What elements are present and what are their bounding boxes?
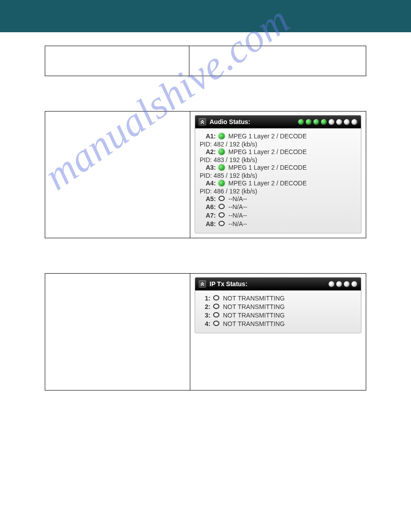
audio-row-text: --N/A--	[228, 220, 356, 228]
audio-row-pid: PID: 486 / 192 (kb/s)	[200, 188, 356, 195]
audio-row-text: --N/A--	[228, 195, 356, 203]
status-indicator-icon	[213, 312, 219, 317]
iptx-status-panel: IP Tx Status: 1:NOT TRANSMITTING2:NOT TR…	[195, 277, 361, 333]
audio-row-text: MPEG 1 Layer 2 / DECODE	[228, 148, 356, 156]
status-indicator-icon	[218, 164, 225, 171]
status-indicator-icon	[213, 295, 219, 300]
status-indicator-icon	[213, 321, 219, 326]
iptx-row: 1:NOT TRANSMITTING	[200, 294, 356, 303]
status-indicator-icon	[218, 133, 225, 139]
audio-section-left-cell	[45, 112, 190, 238]
status-indicator-icon	[218, 204, 225, 209]
status-indicator-icon	[213, 304, 219, 309]
status-indicator-icon	[218, 212, 225, 218]
iptx-status-section: IP Tx Status: 1:NOT TRANSMITTING2:NOT TR…	[45, 273, 366, 390]
status-dot-icon	[321, 119, 327, 125]
status-dot-icon	[306, 119, 312, 125]
audio-row-text: MPEG 1 Layer 2 / DECODE	[228, 179, 356, 188]
iptx-section-left-cell	[45, 274, 190, 390]
audio-row-label: A3:	[200, 163, 216, 172]
status-dot-icon	[329, 281, 334, 287]
audio-row-label: A8:	[200, 220, 216, 228]
audio-row-text: MPEG 1 Layer 2 / DECODE	[228, 163, 356, 172]
iptx-panel-body: 1:NOT TRANSMITTING2:NOT TRANSMITTING3:NO…	[195, 291, 361, 333]
page-content: Audio Status: A1:MPEG 1 Layer 2 / DECODE…	[0, 32, 411, 390]
audio-row-pid: PID: 485 / 192 (kb/s)	[200, 172, 356, 179]
audio-row-pid: PID: 482 / 192 (kb/s)	[200, 141, 356, 148]
status-dot-icon	[336, 281, 342, 287]
audio-row: A6:--N/A--	[200, 203, 356, 211]
iptx-row: 3:NOT TRANSMITTING	[200, 311, 356, 320]
audio-row: A3:MPEG 1 Layer 2 / DECODE	[200, 163, 356, 172]
iptx-row-text: NOT TRANSMITTING	[223, 311, 356, 320]
audio-row-label: A7:	[200, 211, 216, 220]
top-header-bar	[0, 0, 411, 32]
audio-row-label: A5:	[200, 195, 216, 203]
status-dot-icon	[329, 119, 334, 125]
audio-header-dots	[298, 119, 357, 125]
iptx-row-label: 2:	[200, 303, 210, 311]
audio-row-text: MPEG 1 Layer 2 / DECODE	[228, 132, 356, 141]
audio-row-text: --N/A--	[228, 203, 356, 211]
audio-section-right-cell: Audio Status: A1:MPEG 1 Layer 2 / DECODE…	[190, 112, 366, 238]
audio-row-label: A6:	[200, 203, 216, 211]
audio-status-section: Audio Status: A1:MPEG 1 Layer 2 / DECODE…	[45, 111, 366, 238]
iptx-panel-header: IP Tx Status:	[195, 278, 361, 291]
status-indicator-icon	[218, 180, 225, 186]
status-dot-icon	[298, 119, 304, 125]
status-dot-icon	[351, 119, 357, 125]
audio-row-pid: PID: 483 / 192 (kb/s)	[200, 156, 356, 163]
audio-panel-title: Audio Status:	[210, 118, 250, 125]
iptx-row: 2:NOT TRANSMITTING	[200, 303, 356, 311]
iptx-row-text: NOT TRANSMITTING	[223, 303, 356, 311]
status-dot-icon	[313, 119, 319, 125]
audio-row: A4:MPEG 1 Layer 2 / DECODE	[200, 179, 356, 188]
status-dot-icon	[336, 119, 342, 125]
empty-cell-right	[189, 46, 366, 76]
audio-status-panel: Audio Status: A1:MPEG 1 Layer 2 / DECODE…	[195, 115, 361, 233]
iptx-row-label: 4:	[200, 320, 210, 328]
status-indicator-icon	[218, 149, 225, 155]
status-dot-icon	[344, 119, 350, 125]
iptx-row-text: NOT TRANSMITTING	[223, 320, 356, 328]
audio-panel-body: A1:MPEG 1 Layer 2 / DECODEPID: 482 / 192…	[195, 129, 361, 233]
status-dot-icon	[344, 281, 350, 287]
status-indicator-icon	[218, 221, 225, 226]
iptx-row-text: NOT TRANSMITTING	[223, 294, 356, 303]
empty-cell-left	[45, 46, 189, 76]
audio-row-label: A4:	[200, 179, 216, 188]
audio-row: A1:MPEG 1 Layer 2 / DECODE	[200, 132, 356, 141]
status-dot-icon	[351, 281, 357, 287]
empty-two-col-table	[45, 46, 366, 76]
iptx-row-label: 3:	[200, 311, 210, 320]
audio-row: A2:MPEG 1 Layer 2 / DECODE	[200, 148, 356, 156]
audio-row: A7:--N/A--	[200, 211, 356, 220]
iptx-row-label: 1:	[200, 294, 210, 303]
status-indicator-icon	[218, 196, 225, 201]
audio-row: A5:--N/A--	[200, 195, 356, 203]
collapse-icon[interactable]	[199, 118, 206, 125]
iptx-section-right-cell: IP Tx Status: 1:NOT TRANSMITTING2:NOT TR…	[190, 274, 366, 390]
iptx-header-dots	[329, 281, 357, 287]
audio-row-text: --N/A--	[228, 211, 356, 220]
audio-row: A8:--N/A--	[200, 220, 356, 228]
audio-row-label: A1:	[200, 132, 216, 141]
iptx-row: 4:NOT TRANSMITTING	[200, 320, 356, 328]
audio-row-label: A2:	[200, 148, 216, 156]
audio-panel-header: Audio Status:	[195, 116, 361, 129]
iptx-panel-title: IP Tx Status:	[210, 280, 248, 287]
collapse-icon[interactable]	[199, 280, 206, 287]
